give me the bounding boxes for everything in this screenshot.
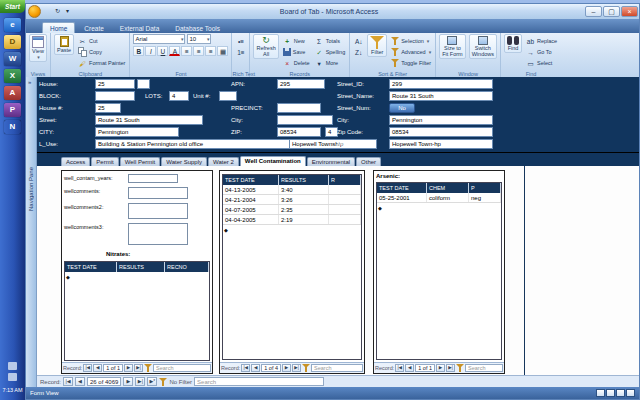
column-header[interactable]: CHEM [427, 183, 469, 193]
filter-indicator-icon[interactable] [144, 364, 152, 372]
goto-button[interactable]: → Go To [525, 47, 558, 57]
powerpoint-icon[interactable]: P [4, 103, 21, 117]
datasheet-view-button[interactable] [606, 389, 615, 397]
bullets-button[interactable]: •≡ [235, 36, 246, 46]
record-search-input[interactable]: Search [465, 364, 503, 372]
table-row[interactable]: 05-25-2001 coliform neg [377, 193, 501, 203]
font-name-combo[interactable]: Arial ▾ [133, 34, 185, 44]
wellcomments2-field[interactable] [128, 203, 188, 219]
column-header[interactable]: TEST DATE [65, 262, 117, 272]
view-button[interactable]: View ▾ [29, 34, 47, 62]
last-record-button[interactable]: ▶| [446, 364, 455, 372]
save-record-button[interactable]: Save [282, 47, 311, 57]
close-button[interactable]: × [621, 6, 638, 17]
notepad-icon[interactable]: N [4, 120, 21, 134]
record-search-input[interactable]: Search [311, 364, 363, 372]
form-tab-well-contamination[interactable]: Well Contamination [240, 156, 306, 166]
table-row[interactable]: 04-04-2005 2:19 [223, 215, 361, 225]
totals-button[interactable]: Σ Totals [314, 36, 347, 46]
house-num-field[interactable]: 25 [95, 103, 121, 113]
advanced-button[interactable]: Advanced ▾ [390, 47, 432, 57]
form-tab-environmental[interactable]: Environmental [307, 157, 355, 166]
form-tab-access[interactable]: Access [61, 157, 90, 166]
access-icon[interactable]: A [4, 86, 21, 100]
paste-button[interactable]: Paste [54, 34, 74, 55]
house-field[interactable]: 25 [95, 79, 135, 89]
align-center-button[interactable]: ≡ [193, 46, 204, 56]
municipality-field[interactable]: Hopewell Town-hp [389, 139, 493, 149]
filter-indicator-icon[interactable] [302, 364, 310, 372]
form-tab-other[interactable]: Other [356, 157, 381, 166]
wellcomments3-field[interactable] [128, 223, 188, 245]
italic-button[interactable]: I [145, 46, 156, 56]
filter-indicator-icon[interactable] [456, 364, 464, 372]
table-row[interactable]: 04-07-2005 2:35 [223, 205, 361, 215]
next-record-button[interactable]: ▶ [436, 364, 445, 372]
column-header[interactable]: RESULTS [117, 262, 165, 272]
font-size-combo[interactable]: 10 ▾ [187, 34, 211, 44]
column-header[interactable]: TEST DATE [223, 175, 279, 185]
column-header[interactable]: RECNO [165, 262, 209, 272]
wellcomments-field[interactable] [128, 187, 188, 199]
next-record-button[interactable]: ▶ [282, 364, 291, 372]
zip-field[interactable]: 08534 [277, 127, 321, 137]
word-icon[interactable]: W [4, 52, 21, 66]
align-right-button[interactable]: ≡ [205, 46, 216, 56]
house-extra-field[interactable] [137, 79, 150, 89]
table-row[interactable]: 04-21-2004 3:26 [223, 195, 361, 205]
new-record-button[interactable]: + New [282, 36, 311, 46]
city-right-field[interactable]: Pennington [389, 115, 493, 125]
form-tab-permit[interactable]: Permit [91, 157, 118, 166]
qat-save-icon[interactable] [43, 7, 52, 16]
table-row[interactable]: 04-13-2005 3:40 [223, 185, 361, 195]
tab-create[interactable]: Create [77, 23, 111, 33]
lots-field[interactable]: 4 [169, 91, 189, 101]
tray-icon[interactable] [8, 362, 17, 370]
street-field[interactable]: Route 31 South [95, 115, 203, 125]
last-record-button[interactable]: ▶| [292, 364, 301, 372]
font-color-button[interactable]: A [169, 46, 180, 56]
first-record-button[interactable]: |◀ [63, 377, 73, 386]
form-tab-well-permit[interactable]: Well Permit [120, 157, 161, 166]
city-mid-field[interactable] [277, 115, 333, 125]
previous-record-button[interactable]: ◀ [251, 364, 260, 372]
sort-descending-button[interactable]: Z↓ [353, 47, 364, 57]
filter-button[interactable]: Filter [367, 34, 387, 57]
qat-undo-icon[interactable]: ↻ [53, 7, 62, 16]
form-tab-water-supply[interactable]: Water Supply [161, 157, 207, 166]
cut-button[interactable]: ✂ Cut [77, 36, 126, 46]
apn-field[interactable]: 295 [277, 79, 325, 89]
first-record-button[interactable]: |◀ [83, 364, 92, 372]
tray-icon[interactable] [8, 373, 17, 381]
maximize-button[interactable]: ▢ [603, 6, 620, 17]
column-header[interactable]: R [329, 175, 361, 185]
street-num-button[interactable]: No [389, 103, 415, 113]
street-name-field[interactable]: Route 31 South [389, 91, 493, 101]
layout-view-button[interactable] [616, 389, 625, 397]
previous-record-button[interactable]: ◀ [405, 364, 414, 372]
select-button[interactable]: ▭ Select [525, 58, 558, 68]
block-field[interactable] [95, 91, 135, 101]
numbering-button[interactable]: 1≡ [235, 47, 246, 57]
design-view-button[interactable] [626, 389, 635, 397]
record-search-input[interactable]: Search [194, 377, 324, 386]
new-record-button[interactable]: ▶* [147, 377, 157, 386]
delete-record-button[interactable]: × Delete [282, 58, 311, 68]
next-record-button[interactable]: ▶ [123, 377, 133, 386]
copy-button[interactable]: Copy [77, 47, 126, 57]
column-header[interactable]: TEST DATE [377, 183, 427, 193]
replace-button[interactable]: ab Replace [525, 36, 558, 46]
column-header[interactable]: P [469, 183, 501, 193]
size-to-fit-form-button[interactable]: Size to Fit Form [439, 34, 465, 59]
navigation-pane-expand-icon[interactable]: » [28, 79, 31, 85]
previous-record-button[interactable]: ◀ [93, 364, 102, 372]
bold-button[interactable]: B [133, 46, 144, 56]
selection-button[interactable]: Selection ▾ [390, 36, 432, 46]
excel-icon[interactable]: X [4, 69, 21, 83]
toggle-filter-button[interactable]: Toggle Filter [390, 58, 432, 68]
find-button[interactable]: Find [504, 34, 522, 53]
switch-windows-button[interactable]: Switch Windows [469, 34, 497, 59]
first-record-button[interactable]: |◀ [241, 364, 250, 372]
tab-home[interactable]: Home [42, 22, 75, 33]
more-button[interactable]: ▾ More [314, 58, 347, 68]
